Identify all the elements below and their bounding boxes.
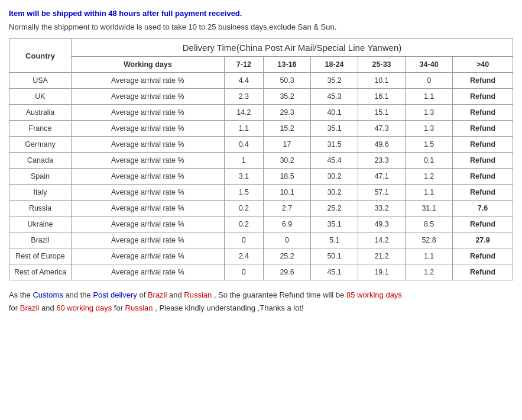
cell-value: 30.2: [311, 169, 358, 185]
bottom-part9: , Please kindly understanding ,Thanks a …: [153, 303, 304, 312]
cell-value: 15.2: [264, 121, 311, 137]
cell-value: 47.1: [358, 169, 406, 185]
cell-value: 49.3: [358, 217, 406, 232]
cell-value: 15.1: [358, 105, 406, 121]
cell-label: Average arrival rate %: [72, 169, 225, 185]
cell-value: 50.1: [311, 248, 358, 264]
cell-value: Refund: [453, 217, 513, 232]
delivery-table: Country Delivery Time(China Post Air Mai…: [9, 38, 513, 280]
table-row: AustraliaAverage arrival rate %14.229.34…: [9, 105, 513, 121]
cell-label: Average arrival rate %: [72, 232, 225, 248]
cell-value: 16.1: [358, 89, 406, 105]
cell-value: 1.2: [406, 169, 453, 185]
cell-value: 2.3: [224, 89, 263, 105]
bottom-part3: of: [137, 290, 148, 299]
cell-value: 18.5: [264, 169, 311, 185]
cell-value: Refund: [453, 264, 513, 280]
cell-value: 5.1: [311, 232, 358, 248]
cell-country: Russia: [9, 201, 72, 217]
cell-value: Refund: [453, 121, 513, 137]
cell-value: Refund: [453, 105, 513, 121]
bottom-part2: and the: [63, 290, 93, 299]
cell-value: 3.1: [224, 169, 263, 185]
col-header-wdays: Working days: [72, 57, 225, 73]
cell-value: 50.3: [264, 73, 311, 89]
cell-label: Average arrival rate %: [72, 201, 225, 217]
table-row: SpainAverage arrival rate %3.118.530.247…: [9, 169, 513, 185]
cell-value: 14.2: [358, 232, 406, 248]
cell-value: 31.5: [311, 137, 358, 153]
cell-value: Refund: [453, 185, 513, 201]
cell-label: Average arrival rate %: [72, 89, 225, 105]
cell-value: 0.4: [224, 137, 263, 153]
cell-value: 4.4: [224, 73, 263, 89]
brazil1-text: Brazil: [148, 290, 167, 299]
table-row: RussiaAverage arrival rate %0.22.725.233…: [9, 201, 513, 217]
cell-value: 0.1: [406, 153, 453, 169]
col-header-7-12: 7-12: [224, 57, 263, 73]
cell-value: 17: [264, 137, 311, 153]
cell-label: Average arrival rate %: [72, 137, 225, 153]
cell-value: 10.1: [264, 185, 311, 201]
cell-value: 25.2: [264, 248, 311, 264]
col-header-13-16: 13-16: [264, 57, 311, 73]
cell-value: Refund: [453, 153, 513, 169]
cell-value: 35.1: [311, 121, 358, 137]
cell-value: 8.5: [406, 217, 453, 232]
cell-country: Rest of Europe: [9, 248, 72, 264]
cell-label: Average arrival rate %: [72, 153, 225, 169]
cell-value: 2.4: [224, 248, 263, 264]
cell-value: 40.1: [311, 105, 358, 121]
cell-country: Ukraine: [9, 217, 72, 232]
cell-country: UK: [9, 89, 72, 105]
cell-value: 49.6: [358, 137, 406, 153]
cell-country: Rest of America: [9, 264, 72, 280]
cell-value: 7.6: [453, 201, 513, 217]
cell-value: 52.8: [406, 232, 453, 248]
cell-country: Brazil: [9, 232, 72, 248]
cell-value: 14.2: [224, 105, 263, 121]
table-row: Rest of EuropeAverage arrival rate %2.42…: [9, 248, 513, 264]
col-header-over40: >40: [453, 57, 513, 73]
bottom-part5: , So the guarantee Refund time will be: [212, 290, 346, 299]
cell-value: 19.1: [358, 264, 406, 280]
russian1-text: Russian: [184, 290, 212, 299]
table-row: FranceAverage arrival rate %1.115.235.14…: [9, 121, 513, 137]
cell-country: France: [9, 121, 72, 137]
cell-value: 33.2: [358, 201, 406, 217]
sub-notice: Normally the shippment to worldwide is u…: [9, 22, 513, 31]
table-row: USAAverage arrival rate %4.450.335.210.1…: [9, 73, 513, 89]
table-row: UkraineAverage arrival rate %0.26.935.14…: [9, 217, 513, 232]
cell-value: 1.5: [224, 185, 263, 201]
cell-label: Average arrival rate %: [72, 264, 225, 280]
cell-value: 1: [224, 153, 263, 169]
cell-value: 29.3: [264, 105, 311, 121]
cell-label: Average arrival rate %: [72, 73, 225, 89]
cell-country: Australia: [9, 105, 72, 121]
russian2-text: Russian: [125, 303, 153, 312]
cell-label: Average arrival rate %: [72, 217, 225, 232]
cell-value: 35.2: [311, 73, 358, 89]
cell-value: Refund: [453, 248, 513, 264]
cell-value: 0: [406, 73, 453, 89]
cell-value: 0: [224, 264, 263, 280]
days60-text: 60 working days: [56, 303, 112, 312]
cell-country: Spain: [9, 169, 72, 185]
cell-label: Average arrival rate %: [72, 185, 225, 201]
table-row: Rest of AmericaAverage arrival rate %029…: [9, 264, 513, 280]
cell-value: 2.7: [264, 201, 311, 217]
cell-country: Italy: [9, 185, 72, 201]
cell-value: 35.2: [264, 89, 311, 105]
cell-value: 25.2: [311, 201, 358, 217]
col-header-country: Country: [9, 39, 72, 73]
bottom-part6: for: [9, 303, 20, 312]
cell-value: 35.1: [311, 217, 358, 232]
bottom-part4: and: [167, 290, 184, 299]
cell-value: 0: [224, 232, 263, 248]
col-header-25-33: 25-33: [358, 57, 406, 73]
col-header-main: Delivery Time(China Post Air Mail/Specia…: [72, 39, 513, 57]
bottom-part7: and: [39, 303, 56, 312]
cell-value: 30.2: [311, 185, 358, 201]
cell-value: 57.1: [358, 185, 406, 201]
cell-label: Average arrival rate %: [72, 121, 225, 137]
